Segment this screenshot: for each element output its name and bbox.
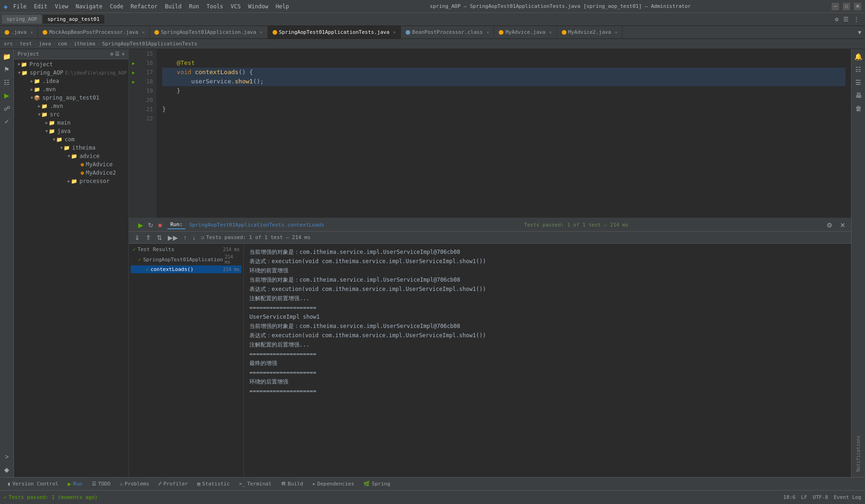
project-icon-btn[interactable]: 📁	[1, 51, 13, 62]
toolbar-settings-icon[interactable]: ⚙	[835, 16, 839, 23]
tree-item-project[interactable]: ▼ 📁 Project	[14, 60, 128, 69]
git-icon-btn[interactable]: ☍	[1, 103, 13, 114]
tab-close-icon[interactable]: ✕	[549, 30, 552, 35]
file-tab-myadvice2[interactable]: MyAdvice2.java ✕	[557, 26, 623, 38]
tab-close-icon[interactable]: ✕	[30, 30, 33, 35]
close-button[interactable]: ✕	[854, 3, 861, 10]
run-settings-button[interactable]: ⚙	[825, 220, 834, 230]
gutter-line-17[interactable]: ▶	[129, 68, 138, 77]
project-close-icon[interactable]: ✕	[121, 51, 125, 57]
tree-item-com[interactable]: ▼ 📁 com	[14, 135, 128, 144]
bookmark-icon-btn[interactable]: ⚑	[1, 64, 13, 75]
plugins-icon-btn[interactable]: ◆	[1, 464, 13, 475]
right-list-icon-btn[interactable]: ☰	[853, 77, 864, 88]
right-structure-icon-btn[interactable]: ☷	[853, 64, 864, 75]
notifications-icon-btn[interactable]: 🔔	[853, 51, 864, 62]
file-tab-springapp[interactable]: SpringAopTest01Application.java ✕	[150, 26, 267, 38]
minimize-button[interactable]: ─	[832, 3, 839, 10]
breadcrumb-itheima[interactable]: itheima	[74, 41, 95, 47]
tree-item-processor[interactable]: ▶ 📁 processor	[14, 177, 128, 185]
run-again-button[interactable]: ▶	[136, 220, 145, 230]
expand-all-button[interactable]: ⇓	[133, 233, 142, 242]
tab-close-icon[interactable]: ✕	[615, 30, 617, 35]
version-control-btn[interactable]: ▮ Version Control	[4, 479, 62, 488]
breadcrumb-class[interactable]: SpringAopTest01ApplicationTests	[102, 41, 197, 47]
tree-item-advice[interactable]: ▼ 📁 advice	[14, 152, 128, 160]
next-fail-button[interactable]: ↓	[191, 233, 197, 242]
terminal-btn[interactable]: >_ Terminal	[235, 479, 275, 488]
collapse-all-button[interactable]: ⇑	[144, 233, 153, 242]
tab-close-icon[interactable]: ✕	[486, 30, 489, 35]
menu-window[interactable]: Window	[248, 3, 268, 10]
status-tests-passed[interactable]: ✓ Tests passed: 1 (moments ago)	[4, 494, 98, 500]
breadcrumb-test[interactable]: test	[20, 41, 32, 47]
file-tab-beanprocessor[interactable]: BeanPostProcessor.class ✕	[401, 26, 494, 38]
tree-item-itheima[interactable]: ▼ 📁 itheima	[14, 144, 128, 152]
tree-item-idea[interactable]: ▶ 📁 .idea	[14, 77, 128, 85]
menu-run[interactable]: Run	[189, 3, 199, 10]
statistic-btn[interactable]: ▤ Statistic	[193, 479, 233, 488]
toolbar-list-icon[interactable]: ☰	[843, 16, 849, 23]
menu-code[interactable]: Code	[110, 3, 123, 10]
run-tab-label[interactable]: Run:	[167, 220, 185, 229]
profiler-btn[interactable]: ☍ Profiler	[155, 479, 192, 488]
prev-fail-button[interactable]: ↑	[182, 233, 189, 242]
project-tab-spring-aop[interactable]: spring_AOP	[2, 15, 42, 24]
build-btn[interactable]: 🛠 Build	[277, 479, 307, 488]
menu-build[interactable]: Build	[165, 3, 182, 10]
gutter-line-18[interactable]: ▶	[129, 77, 138, 86]
tree-item-myadvice[interactable]: ● MyAdvice	[14, 160, 128, 169]
tree-item-java[interactable]: ▼ 📁 java	[14, 127, 128, 135]
file-tab-tests-active[interactable]: SpringAopTest01ApplicationTests.java ✕	[268, 26, 401, 38]
maximize-button[interactable]: □	[843, 3, 850, 10]
todo-btn[interactable]: ☰ TODO	[88, 479, 114, 488]
tab-close-icon[interactable]: ✕	[260, 30, 263, 35]
tree-item-spring-aop-test01[interactable]: ▼ 📦 spring_aop_test01	[14, 94, 128, 102]
status-encoding[interactable]: UTF-8	[813, 494, 828, 500]
tree-item-spring-aop[interactable]: ▼ 📁 spring_AOP E:\jdeaFile\spring_AOP	[14, 69, 128, 77]
run-btn-bottom[interactable]: ▶ Run	[64, 479, 86, 489]
project-layout-icon[interactable]: ☰	[115, 51, 120, 57]
tab-close-icon[interactable]: ✕	[393, 30, 396, 35]
menu-navigate[interactable]: Navigate	[76, 3, 102, 10]
menu-vcs[interactable]: VCS	[231, 3, 241, 10]
run-close-button[interactable]: ✕	[838, 220, 847, 230]
tab-close-icon[interactable]: ✕	[142, 30, 145, 35]
sort-button[interactable]: ⇅	[155, 233, 164, 242]
toolbar-gear-icon[interactable]: ⋮	[853, 16, 859, 23]
menu-refactor[interactable]: Refactor	[131, 3, 158, 10]
menu-view[interactable]: View	[55, 3, 68, 10]
commit-icon-btn[interactable]: ✓	[1, 116, 13, 127]
code-area[interactable]: @Test void contextLoads() { userService.…	[157, 49, 851, 218]
project-settings-icon[interactable]: ⚙	[110, 51, 114, 57]
right-print-icon-btn[interactable]: 🖶	[853, 90, 864, 101]
run-icon-btn[interactable]: ▶	[1, 90, 13, 101]
menu-file[interactable]: File	[13, 3, 26, 10]
file-tab-myadvice[interactable]: MyAdvice.java ✕	[494, 26, 557, 38]
stop-button[interactable]: ■	[156, 220, 164, 230]
right-delete-icon-btn[interactable]: 🗑	[853, 103, 864, 114]
status-event-log[interactable]: Event Log	[833, 494, 861, 500]
rerun-failed-button[interactable]: ↻	[146, 220, 155, 230]
file-tab-mock[interactable]: MockAopBeanPostProcessor.java ✕	[38, 26, 150, 38]
tree-item-src[interactable]: ▼ 📁 src	[14, 110, 128, 119]
breadcrumb-src[interactable]: src	[4, 41, 13, 47]
tab-overflow-arrow[interactable]: ▼	[854, 26, 865, 38]
spring-btn[interactable]: 🌿 Spring	[360, 479, 394, 488]
tree-item-mvn-root[interactable]: ▶ 📁 .mvn	[14, 85, 128, 94]
menu-edit[interactable]: Edit	[34, 3, 47, 10]
tree-item-mvn2[interactable]: ▶ 📁 .mvn	[14, 102, 128, 110]
test-item-contextloads[interactable]: ✓ contextLoads() 214 ms	[131, 265, 242, 273]
status-lf[interactable]: LF	[801, 494, 807, 500]
dependencies-btn[interactable]: ▸ Dependencies	[309, 479, 358, 488]
status-position[interactable]: 18:6	[783, 494, 796, 500]
tree-item-myadvice2[interactable]: ● MyAdvice2	[14, 169, 128, 177]
test-item-suite[interactable]: ✓ SpringAopTest01Application 214 ms	[131, 253, 242, 265]
gutter-line-16[interactable]: ▶	[129, 58, 138, 68]
menu-tools[interactable]: Tools	[206, 3, 223, 10]
filter-button[interactable]: ▶▶	[166, 233, 180, 242]
structure-icon-btn[interactable]: ☷	[1, 77, 13, 88]
code-editor[interactable]: ▶ ▶ ▶ 15 16 17 18 19 20 21 22	[129, 49, 851, 218]
menu-help[interactable]: Help	[276, 3, 289, 10]
project-tab-spring-aop-test01[interactable]: spring_aop_test01	[43, 15, 104, 24]
